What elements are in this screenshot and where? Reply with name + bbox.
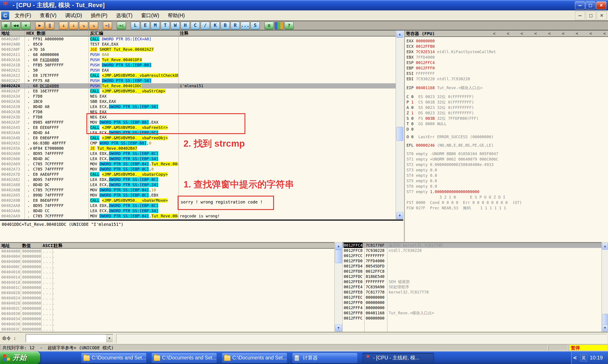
- scrollbar-thumb[interactable]: [396, 127, 403, 141]
- register-line[interactable]: EBP 0012FFF0: [406, 65, 522, 71]
- scroll-down-icon[interactable]: ▼: [335, 325, 342, 331]
- scroll-down-icon[interactable]: ▼: [602, 325, 608, 331]
- scrollbar-thumb[interactable]: [602, 314, 608, 325]
- dump-row[interactable]: 0040400800000000....: [0, 259, 334, 264]
- register-line[interactable]: ST5 empty 0.0: [406, 178, 522, 183]
- disasm-row[interactable]: 00402A38.8D4D A8LEA ECX,DWORD PTR SS:[EB…: [0, 104, 396, 109]
- step-over-button[interactable]: ⇓: [69, 22, 78, 29]
- register-line[interactable]: FST 0000 Cond 0 0 0 0 Err 0 0 0 0 0 0 0 …: [406, 200, 522, 205]
- register-line[interactable]: EAX 00000000: [406, 38, 522, 44]
- register-line[interactable]: ESI FFFFFFFF: [406, 71, 522, 76]
- chevron-left-icon[interactable]: <: [562, 31, 564, 36]
- scroll-down-icon[interactable]: ▼: [396, 212, 403, 219]
- chevron-left-icon[interactable]: <: [493, 31, 496, 36]
- dump-row[interactable]: 0040402000000000....: [0, 290, 334, 296]
- stack-row[interactable]: 0012FFE0FFFFFFFFSEH 链尾部: [343, 279, 602, 284]
- disasm-row[interactable]: 00402A21.50PUSH EAX: [0, 68, 396, 73]
- stack-row[interactable]: 0012FFCCFFFFFFFF: [343, 253, 602, 258]
- menu-debug[interactable]: 调试(D): [61, 10, 86, 21]
- references-button[interactable]: R: [230, 22, 240, 29]
- menu-file[interactable]: 文件(F): [10, 10, 35, 21]
- stack-row[interactable]: 0012FFEC00000000: [343, 295, 602, 300]
- chevron-left-icon[interactable]: <: [520, 31, 523, 36]
- scroll-up-icon[interactable]: ▲: [335, 243, 342, 250]
- dump-row[interactable]: 0040403000000000....: [0, 311, 334, 316]
- taskbar-button[interactable]: *- [CPU - 主线程, 模...: [362, 353, 434, 363]
- command-combobox[interactable]: ▼: [26, 334, 113, 342]
- appearance-button[interactable]: [274, 22, 284, 29]
- register-line[interactable]: EBX 7FFD4000: [406, 54, 522, 60]
- stack-row[interactable]: 0012FFC87C930228ntdll.7C930228: [343, 248, 602, 253]
- dump-row[interactable]: 0040403800000000....: [0, 322, 334, 327]
- disasm-row[interactable]: 00402A16.68 F41D4000PUSH Tut_Reve.00401D…: [0, 57, 396, 63]
- column-divider[interactable]: [41, 243, 41, 332]
- dump-row[interactable]: 0040401000000000....: [0, 269, 334, 275]
- trace-over-button[interactable]: ⇘: [89, 22, 98, 29]
- disasm-row[interactable]: 00402A11.68 A0000000PUSH 0A0: [0, 52, 396, 57]
- dump-row[interactable]: 0040400000000000....: [0, 249, 334, 254]
- tool-list-button[interactable]: ≡: [264, 22, 274, 29]
- disasm-row[interactable]: 00402A27>FF75 A8PUSH DWORD PTR SS:[EBP-5…: [0, 78, 396, 83]
- restore-button[interactable]: □: [585, 1, 595, 9]
- combo-dropdown-icon[interactable]: ▼: [106, 335, 113, 342]
- disasm-row[interactable]: 00402A0F.v7D 16JGE SHORT Tut_Reve.00402A…: [0, 47, 396, 52]
- disasm-row[interactable]: 00402A7D.E8 AAE6FFFFCALL <JMP.&MSVBVM50.…: [0, 172, 396, 177]
- disasm-row[interactable]: 00402A07.FF91 A0000000CALL DWORD PTR DS:…: [0, 37, 396, 42]
- menu-help[interactable]: 帮助(H): [163, 10, 189, 21]
- disasm-row[interactable]: 00402A1B.FFB5 50FFFFFFPUSH DWORD PTR SS:…: [0, 63, 396, 68]
- taskbar-button[interactable]: C:\Documents and Set...: [151, 353, 217, 363]
- patches-button[interactable]: /: [201, 22, 210, 29]
- menu-options[interactable]: 选项(T): [112, 10, 137, 21]
- dump-row[interactable]: 0040401C00000000....: [0, 285, 334, 290]
- command-input[interactable]: [27, 335, 107, 342]
- stack-row[interactable]: 0012FFC47C81776F返回到 kernel32.7C81776F: [343, 243, 602, 248]
- open-button[interactable]: ▨: [1, 22, 10, 29]
- stack-row[interactable]: 0012FFE87C817778kernel32.7C817778: [343, 290, 602, 295]
- register-line[interactable]: ST7 empty 1.0000000000000000000: [406, 189, 522, 194]
- dump-row[interactable]: 0040400400000000....: [0, 254, 334, 259]
- dump-row[interactable]: 0040402400000000....: [0, 296, 334, 301]
- handles-button[interactable]: H: [181, 22, 190, 29]
- register-line[interactable]: ST6 empty 0.0: [406, 183, 522, 189]
- scroll-up-icon[interactable]: ▲: [396, 31, 403, 38]
- menu-view[interactable]: 查看(V): [35, 10, 61, 21]
- register-line[interactable]: T 0 GS 0000 NULL: [406, 121, 522, 127]
- tray-chevron-icon[interactable]: <: [573, 354, 577, 361]
- breakpoints-button[interactable]: B: [221, 22, 230, 29]
- register-line[interactable]: EFL 00000246 (NO,NB,E,BE,NS,PE,GE,LE): [406, 143, 522, 148]
- disasm-row[interactable]: 00402A34.F7D8NEG EAX: [0, 94, 396, 99]
- executables-button[interactable]: E: [141, 22, 150, 29]
- register-line[interactable]: EIP 00401168 Tut_Reve.<模块入口点>: [406, 85, 522, 91]
- go-to-button[interactable]: →:: [117, 22, 126, 29]
- column-divider[interactable]: [21, 243, 21, 332]
- cpu-window-icon[interactable]: C: [1, 12, 9, 20]
- dump-row[interactable]: 0040401800000000....: [0, 280, 334, 285]
- stack-row[interactable]: 0012FFD480545DFD: [343, 264, 602, 269]
- register-line[interactable]: Z 1 DS 0023 32位 0(FFFFFFFF): [406, 110, 522, 116]
- step-into-button[interactable]: ↓: [59, 22, 68, 29]
- register-line[interactable]: EDX 7C92E514 ntdll.KiFastSystemCallRet: [406, 49, 522, 54]
- source-button[interactable]: S: [251, 22, 260, 29]
- stack-row[interactable]: 0012FFE47C839A90SE处理程序: [343, 284, 602, 290]
- mdi-minimize-button[interactable]: —: [575, 11, 585, 20]
- register-line[interactable]: ST2 empty 0.0000000000250840400e-4933: [406, 162, 522, 167]
- disasm-row[interactable]: 00402A69.C785 7CFFFFFFMOV DWORD PTR SS:[…: [0, 161, 396, 167]
- disasm-row[interactable]: 00402AA9.C785 7CFFFFFFMOV DWORD PTR SS:[…: [0, 213, 396, 219]
- minimize-button[interactable]: —: [575, 1, 585, 9]
- register-line[interactable]: S 0 FS 003B 32位 7FFDF000(FFF): [406, 116, 522, 121]
- menu-window[interactable]: 窗口(W): [137, 10, 163, 21]
- register-line[interactable]: D 0: [406, 127, 522, 132]
- stack-row[interactable]: 0012FFDC8186E540: [343, 274, 602, 279]
- help-button[interactable]: ?: [284, 22, 294, 29]
- dump-row[interactable]: 0040403C00000000....: [0, 327, 334, 332]
- taskbar-button[interactable]: C:\Documents and Set...: [222, 353, 287, 363]
- taskbar-button[interactable]: 计算器: [292, 353, 358, 363]
- register-line[interactable]: 3 2 1 0 E S P U O Z D I: [406, 194, 522, 200]
- pause-button[interactable]: ‖: [45, 22, 54, 29]
- dump-row[interactable]: 0040401400000000....: [0, 275, 334, 280]
- threads-button[interactable]: T: [161, 22, 170, 29]
- stack-row[interactable]: 0012FFD07FFD4000: [343, 258, 602, 264]
- register-line[interactable]: ECX 0012FFB0: [406, 44, 522, 49]
- close-program-button[interactable]: ×: [21, 22, 30, 29]
- mdi-close-button[interactable]: ×: [597, 11, 607, 20]
